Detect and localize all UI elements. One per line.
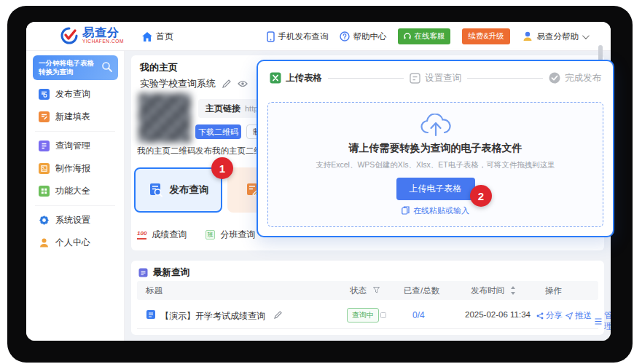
upload-spreadsheet-button[interactable]: 上传电子表格 [396,178,475,200]
online-service-button[interactable]: 在线客服 [398,28,450,44]
help-center-link[interactable]: 帮助中心 [340,31,386,42]
avatar [522,31,533,42]
latest-queries-header: 最新查询 [138,266,189,279]
magnifier-illustration-icon [101,61,113,73]
col-status: 状态 [350,285,367,296]
sidebar-divider [35,205,115,206]
step-finish-publish: 完成发布 [549,72,601,84]
banner-line1: 一分钟将电子表格 [39,59,94,67]
step-badge-1: 1 [211,157,233,179]
cloud-upload-icon [420,114,451,137]
excel-icon [270,72,281,84]
paste-online-link[interactable]: 在线粘贴或输入 [402,205,469,216]
quick-links-row: 100 成绩查询 班 分班查询 [137,229,255,241]
qr-caption: 我的主页二维码 [137,146,196,157]
paste-icon [402,206,410,215]
row-doc-icon [146,309,156,320]
row-edit-icon[interactable] [274,311,282,319]
step-upload-form: 上传表格 [270,72,322,84]
query-management-icon [39,141,50,151]
sidebar: 一分钟将电子表格 转换为查询 发布查询 新建填表 [26,51,125,341]
sidebar-item-make-poster[interactable]: 制作海报 [26,157,124,180]
sidebar-item-publish-query[interactable]: 发布查询 [26,83,124,106]
table-row[interactable]: 【演示】开学考试成绩查询 查询中 0/4 2025-02-06 11:34 [137,303,598,329]
new-form-icon [39,111,50,122]
quick-link-class-query[interactable]: 班 分班查询 [206,229,255,241]
status-extra-icon[interactable] [380,312,386,318]
sidebar-item-all-features[interactable]: 功能大全 [26,180,124,202]
status-badge: 查询中 [347,308,379,323]
share-action[interactable]: 分享 [536,310,563,321]
step-connector [467,78,543,79]
logo-title: 易查分 [82,27,124,39]
top-bar: 易查分 YICHAFEN.COM 首页 手机发布查询 [26,22,611,51]
account-menu[interactable]: 易查分帮助 [522,31,588,42]
row-time: 2025-02-06 11:34 [465,310,531,319]
all-features-icon [39,186,50,197]
page-title: 我的主页 [140,61,178,74]
renew-upgrade-button[interactable]: 续费&升级 [462,28,509,44]
manage-action[interactable]: 管理 [595,310,611,332]
table-header-row: 标题 状态 已查/总数 发布时间 操作 [137,281,598,300]
step-badge-2: 2 [470,185,492,207]
sidebar-item-new-form[interactable]: 新建填表 [26,106,124,128]
nav-home[interactable]: 首页 [142,22,173,51]
upload-dialog: 上传表格 设置查询 完成发布 请上传需要转换为查询的电子表格文件 [257,60,614,237]
sort-icon[interactable] [510,286,516,295]
send-icon [565,312,573,320]
latest-queries-card: 最新查询 标题 状态 已查/总数 发布时间 操作 [131,261,604,335]
device-frame: 易查分 YICHAFEN.COM 首页 手机发布查询 [7,6,633,363]
publish-query-button[interactable]: 发布查询 [134,167,222,213]
sidebar-promo-banner[interactable]: 一分钟将电子表格 转换为查询 [33,55,118,80]
col-time: 发布时间 [471,285,504,296]
menu-icon [595,318,602,325]
row-title: 【演示】开学考试成绩查询 [160,310,265,323]
latest-queries-title: 最新查询 [153,266,189,279]
link-label: 主页链接 [206,103,240,115]
eye-icon[interactable] [238,80,248,87]
upload-title: 请上传需要转换为查询的电子表格文件 [349,142,523,155]
sidebar-item-query-management[interactable]: 查询管理 [26,135,124,157]
filter-icon[interactable] [373,287,380,293]
banner-line2: 转换为查询 [39,68,74,76]
publish-query-button-icon [148,182,164,198]
configure-icon [410,73,420,84]
col-progress: 已查/总数 [404,285,439,296]
push-action[interactable]: 推送 [565,310,592,321]
step-connector [328,78,404,79]
upload-hint: 支持Excel、WPS创建的Xls、Xlsx、ET电子表格，可将文件拖拽到这里 [316,160,555,170]
publish-query-icon [39,89,50,100]
upload-dropzone[interactable]: 请上传需要转换为查询的电子表格文件 支持Excel、WPS创建的Xls、Xlsx… [267,102,603,227]
score-100-icon: 100 [137,230,146,239]
site-name-row: 实验学校查询系统 [140,77,248,90]
step-configure-query: 设置查询 [410,72,461,84]
person-icon [39,237,50,248]
logo[interactable]: 易查分 YICHAFEN.COM [60,26,124,45]
mobile-publish-link[interactable]: 手机发布查询 [267,31,328,42]
sidebar-item-system-settings[interactable]: 系统设置 [26,209,124,232]
class-ban-icon: 班 [206,230,215,240]
phone-icon [267,31,275,42]
top-right-group: 手机发布查询 帮助中心 在线客服 续费&升级 [267,22,587,51]
gear-icon [39,215,50,226]
share-icon [536,312,544,320]
make-poster-icon [39,163,50,174]
site-name: 实验学校查询系统 [140,77,216,90]
download-qr-button[interactable]: 下载二维码 [195,124,241,139]
quick-link-score-query[interactable]: 100 成绩查询 [137,229,187,241]
edit-site-name-icon[interactable] [222,79,231,88]
sidebar-item-personal-center[interactable]: 个人中心 [26,232,124,254]
col-actions: 操作 [545,285,562,296]
chevron-down-icon [582,32,590,39]
logo-icon [60,26,79,45]
sidebar-divider [35,131,115,132]
row-progress: 0/4 [412,310,425,320]
col-title: 标题 [146,285,163,296]
dialog-steps: 上传表格 设置查询 完成发布 [270,70,601,86]
question-icon [340,31,350,41]
logo-subtitle: YICHAFEN.COM [82,39,124,44]
latest-queries-icon [138,268,148,277]
home-icon [142,32,152,41]
headset-icon [404,33,411,40]
check-circle-icon [549,72,560,84]
